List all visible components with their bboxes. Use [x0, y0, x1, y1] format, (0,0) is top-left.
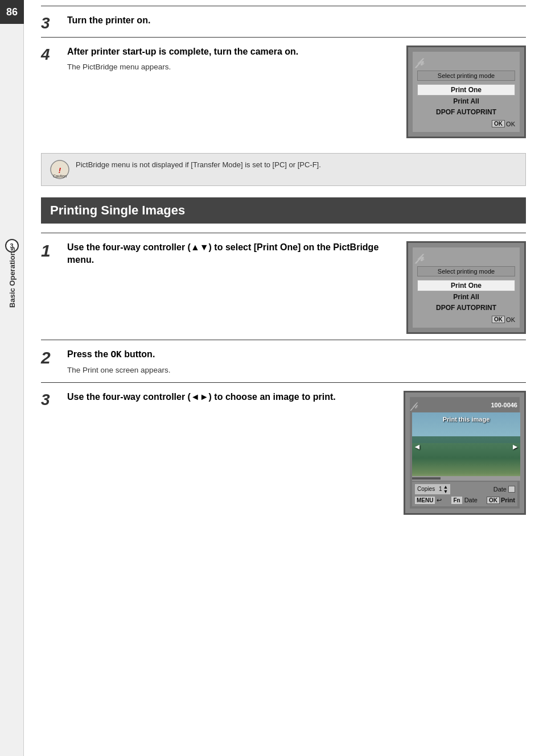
step-3-bottom-image: 𝓅 100-0046 Print this image — [404, 391, 526, 515]
step-1-bottom: 1 Use the four-way controller (▲▼) to se… — [41, 233, 526, 340]
cam-3-file-number: 100-0046 — [491, 402, 518, 408]
step-2-bottom-content: Press the OK button. The Print one scree… — [67, 348, 526, 377]
step-2-bottom: 2 Press the OK button. The Print one scr… — [41, 340, 526, 382]
cam-3-menu-btn: MENU ↩ — [414, 496, 442, 505]
cam-3-row1: Copies 1 ▲▼ Date — [414, 484, 515, 495]
step-3-bottom-with-image: Use the four-way controller (◄►) to choo… — [67, 391, 526, 515]
fn-label: Fn — [451, 496, 462, 505]
step-4-text: After printer start-up is complete, turn… — [67, 46, 395, 73]
cam-3-scroll-thumb — [412, 477, 441, 480]
cam-3-topbar: 𝓅 100-0046 — [412, 399, 517, 411]
cam-menu-item-dpof-2: DPOF AUTOPRINT — [417, 303, 515, 313]
step-1-bottom-with-image: Use the four-way controller (▲▼) to sele… — [67, 241, 526, 334]
cam-logo-1: 𝓅 — [417, 55, 515, 68]
step-4-title: After printer start-up is complete, turn… — [67, 46, 395, 58]
camera-screen-2-inner: 𝓅 Select printing mode Print One Print A… — [413, 247, 520, 328]
step-2-bottom-title: Press the OK button. — [67, 348, 526, 361]
cam-title-1: Select printing mode — [417, 71, 515, 81]
caution-icon: ! Caution — [50, 159, 70, 180]
section-header: Printing Single Images — [41, 197, 526, 224]
step-3-bottom-title: Use the four-way controller (◄►) to choo… — [67, 391, 392, 403]
step-4-with-image: After printer start-up is complete, turn… — [67, 46, 526, 138]
cam-ok-box-2: OK — [492, 316, 505, 323]
cam-menu-item-print-all-1: Print All — [417, 96, 515, 106]
cam-3-overlay-title: Print this image — [443, 416, 490, 423]
cam-3-ok-box: OK — [487, 497, 500, 504]
cam-3-row2: MENU ↩ Fn Date OK Print — [414, 496, 515, 505]
camera-screen-3: 𝓅 100-0046 Print this image — [404, 391, 526, 515]
copies-value: 1 — [439, 486, 442, 492]
cam-menu-item-print-one-1: Print One — [417, 84, 515, 96]
cam-ok-label-1: OK — [506, 121, 515, 127]
menu-back-icon: ↩ — [437, 497, 442, 504]
sidebar-chapter-label: Basic Operations — [7, 247, 16, 308]
cam-3-fn-area: Fn Date — [451, 496, 477, 505]
svg-text:!: ! — [59, 166, 61, 175]
step-3-bottom-content: Use the four-way controller (◄►) to choo… — [67, 391, 526, 515]
cam-3-ok-print: Print — [501, 497, 515, 503]
step-number-1-bottom: 1 — [41, 241, 63, 259]
cam-title-2: Select printing mode — [417, 266, 515, 276]
cam-ok-row-2: OK OK — [417, 316, 515, 323]
step-1-bottom-content: Use the four-way controller (▲▼) to sele… — [67, 241, 526, 334]
caution-box: ! Caution PictBridge menu is not display… — [41, 153, 526, 186]
svg-text:Caution: Caution — [53, 174, 67, 178]
cam-3-preview: Print this image ◄ ► — [412, 412, 520, 481]
main-content: 3 Turn the printer on. 4 After printer s… — [24, 0, 543, 532]
step-4-image: 𝓅 Select printing mode Print One Print A… — [406, 46, 526, 138]
step-number-3-top: 3 — [41, 14, 63, 31]
cam-logo-2: 𝓅 — [417, 251, 515, 264]
cam-3-outer: 𝓅 100-0046 Print this image — [410, 397, 520, 509]
cam-3-right-arrow: ► — [511, 442, 519, 451]
cam-3-logo: 𝓅 — [412, 399, 417, 411]
copies-stepper-arrows: ▲▼ — [443, 485, 448, 494]
camera-screen-1: 𝓅 Select printing mode Print One Print A… — [406, 46, 526, 138]
step-4-body: The PictBridge menu appears. — [67, 61, 395, 73]
step-number-4: 4 — [41, 46, 63, 63]
step-3-top: 3 Turn the printer on. — [41, 6, 526, 37]
step-1-bottom-title: Use the four-way controller (▲▼) to sele… — [67, 241, 395, 267]
step-3-top-content: Turn the printer on. — [67, 14, 526, 30]
cam-3-copies: Copies 1 ▲▼ — [414, 484, 451, 495]
step-3-bottom-text: Use the four-way controller (◄►) to choo… — [67, 391, 392, 407]
caution-text: PictBridge menu is not displayed if [Tra… — [76, 159, 321, 171]
cam-ok-label-2: OK — [506, 316, 515, 323]
cam-3-bottom-bar: Copies 1 ▲▼ Date — [412, 482, 517, 506]
step-1-bottom-text: Use the four-way controller (▲▼) to sele… — [67, 241, 395, 270]
copies-label: Copies — [417, 486, 435, 492]
page-number: 86 — [0, 0, 24, 24]
step-number-2-bottom: 2 — [41, 348, 63, 366]
cam-ok-row-1: OK OK — [417, 120, 515, 127]
cam-menu-item-print-one-2: Print One — [417, 280, 515, 291]
date-label: Date — [493, 486, 507, 493]
date-checkbox — [508, 486, 515, 493]
step-3-bottom: 3 Use the four-way controller (◄►) to ch… — [41, 382, 526, 520]
step-4: 4 After printer start-up is complete, tu… — [41, 37, 526, 144]
camera-screen-2: 𝓅 Select printing mode Print One Print A… — [406, 241, 526, 334]
cam-3-left-arrow: ◄ — [413, 442, 421, 451]
cam-menu-item-dpof-1: DPOF AUTOPRINT — [417, 107, 515, 117]
step-2-bottom-body: The Print one screen appears. — [67, 365, 526, 376]
sidebar: 86 3 Basic Operations — [0, 0, 24, 756]
camera-screen-1-inner: 𝓅 Select printing mode Print One Print A… — [413, 52, 520, 132]
cam-ok-box-1: OK — [492, 120, 505, 127]
step-4-content: After printer start-up is complete, turn… — [67, 46, 526, 138]
cam-3-date-area: Date — [493, 486, 515, 493]
cam-3-ok-area: OK Print — [487, 497, 515, 504]
step-3-top-title: Turn the printer on. — [67, 14, 526, 27]
menu-label: MENU — [414, 496, 435, 505]
cam-menu-item-print-all-2: Print All — [417, 292, 515, 302]
fn-date-label: Date — [464, 497, 478, 503]
ok-bold-text: OK — [110, 350, 121, 360]
cam-3-scrollbar — [412, 476, 520, 481]
step-1-bottom-image: 𝓅 Select printing mode Print One Print A… — [406, 241, 526, 334]
step-number-3-bottom: 3 — [41, 391, 63, 408]
